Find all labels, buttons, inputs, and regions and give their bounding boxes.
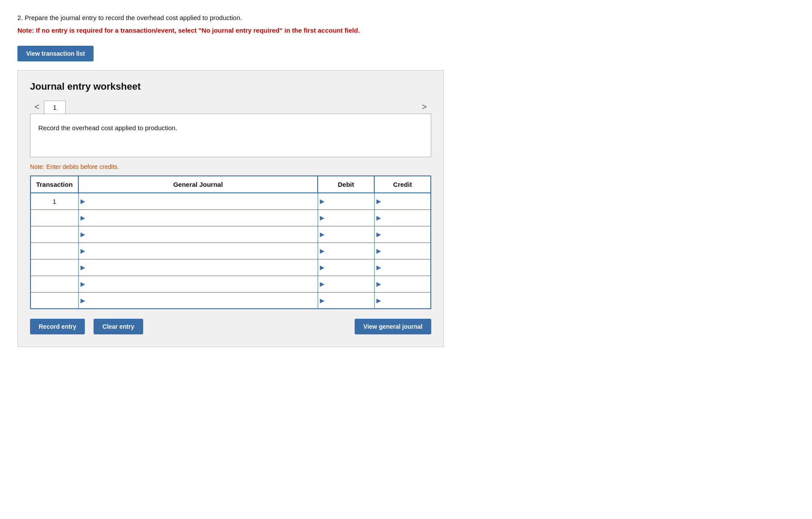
arrow-credit-0: ▶ [376,198,381,205]
cell-transaction-6 [30,292,78,309]
cell-credit-3[interactable]: ▶ [374,243,431,259]
cell-transaction-4 [30,259,78,276]
cell-debit-1[interactable]: ▶ [318,209,374,226]
cell-journal-3[interactable]: ▶ [78,243,318,259]
cell-debit-3[interactable]: ▶ [318,243,374,259]
debit-input-5[interactable] [322,280,371,287]
arrow-debit-0: ▶ [320,198,325,205]
note-debits-before-credits: Note: Enter debits before credits. [30,163,431,170]
cell-credit-1[interactable]: ▶ [374,209,431,226]
debit-input-0[interactable] [322,198,371,205]
cell-credit-6[interactable]: ▶ [374,292,431,309]
arrow-indicator-0: ▶ [81,198,85,205]
credit-input-0[interactable] [378,198,427,205]
cell-credit-4[interactable]: ▶ [374,259,431,276]
cell-debit-5[interactable]: ▶ [318,276,374,292]
journal-input-4[interactable] [86,264,314,271]
cell-debit-2[interactable]: ▶ [318,226,374,243]
question-text: 2. Prepare the journal entry to record t… [17,13,795,23]
arrow-credit-5: ▶ [376,280,381,287]
debit-input-1[interactable] [322,214,371,221]
clear-entry-button[interactable]: Clear entry [94,319,143,334]
journal-input-2[interactable] [86,231,314,238]
arrow-debit-3: ▶ [320,247,325,254]
arrow-debit-5: ▶ [320,280,325,287]
arrow-indicator-3: ▶ [81,247,85,254]
debit-input-3[interactable] [322,247,371,254]
arrow-credit-4: ▶ [376,264,381,271]
worksheet-container: Journal entry worksheet < 1 > Record the… [17,70,444,347]
cell-journal-6[interactable]: ▶ [78,292,318,309]
cell-debit-6[interactable]: ▶ [318,292,374,309]
table-row: ▶▶▶ [30,259,431,276]
cell-journal-0[interactable]: ▶ [78,193,318,209]
table-row: ▶▶▶ [30,243,431,259]
arrow-indicator-6: ▶ [81,297,85,304]
header-credit: Credit [374,176,431,193]
cell-transaction-2 [30,226,78,243]
cell-journal-5[interactable]: ▶ [78,276,318,292]
journal-table: Transaction General Journal Debit Credit… [30,175,431,309]
cell-transaction-1 [30,209,78,226]
description-box: Record the overhead cost applied to prod… [30,114,431,157]
note-red-text: Note: If no entry is required for a tran… [17,26,795,36]
journal-input-6[interactable] [86,297,314,304]
header-general-journal: General Journal [78,176,318,193]
debit-input-6[interactable] [322,297,371,304]
credit-input-2[interactable] [378,231,427,238]
arrow-credit-2: ▶ [376,231,381,238]
cell-transaction-3 [30,243,78,259]
table-row: ▶▶▶ [30,209,431,226]
cell-journal-1[interactable]: ▶ [78,209,318,226]
cell-transaction-5 [30,276,78,292]
arrow-debit-1: ▶ [320,214,325,221]
journal-input-3[interactable] [86,247,314,254]
debit-input-2[interactable] [322,231,371,238]
cell-debit-4[interactable]: ▶ [318,259,374,276]
table-row: 1▶▶▶ [30,193,431,209]
credit-input-5[interactable] [378,280,427,287]
view-general-journal-button[interactable]: View general journal [355,319,431,334]
cell-transaction-0: 1 [30,193,78,209]
table-row: ▶▶▶ [30,276,431,292]
cell-credit-2[interactable]: ▶ [374,226,431,243]
view-transaction-list-button[interactable]: View transaction list [17,46,94,61]
button-row: Record entry Clear entry View general jo… [30,319,431,334]
journal-input-0[interactable] [86,198,314,205]
credit-input-3[interactable] [378,247,427,254]
header-debit: Debit [318,176,374,193]
nav-right-arrow[interactable]: > [417,100,431,114]
arrow-debit-2: ▶ [320,231,325,238]
table-row: ▶▶▶ [30,292,431,309]
cell-credit-0[interactable]: ▶ [374,193,431,209]
credit-input-4[interactable] [378,264,427,271]
credit-input-1[interactable] [378,214,427,221]
cell-journal-2[interactable]: ▶ [78,226,318,243]
arrow-indicator-5: ▶ [81,280,85,287]
table-row: ▶▶▶ [30,226,431,243]
journal-input-1[interactable] [86,214,314,221]
journal-input-5[interactable] [86,280,314,287]
cell-credit-5[interactable]: ▶ [374,276,431,292]
arrow-indicator-2: ▶ [81,231,85,238]
tab-navigation: < 1 > [30,100,431,114]
arrow-credit-3: ▶ [376,247,381,254]
debit-input-4[interactable] [322,264,371,271]
cell-journal-4[interactable]: ▶ [78,259,318,276]
arrow-credit-1: ▶ [376,214,381,221]
worksheet-title: Journal entry worksheet [30,81,431,92]
cell-debit-0[interactable]: ▶ [318,193,374,209]
arrow-debit-4: ▶ [320,264,325,271]
arrow-credit-6: ▶ [376,297,381,304]
record-entry-button[interactable]: Record entry [30,319,85,334]
arrow-indicator-4: ▶ [81,264,85,271]
tab-1[interactable]: 1 [44,101,66,114]
arrow-debit-6: ▶ [320,297,325,304]
credit-input-6[interactable] [378,297,427,304]
header-transaction: Transaction [30,176,78,193]
arrow-indicator-1: ▶ [81,214,85,221]
nav-left-arrow[interactable]: < [30,100,44,114]
